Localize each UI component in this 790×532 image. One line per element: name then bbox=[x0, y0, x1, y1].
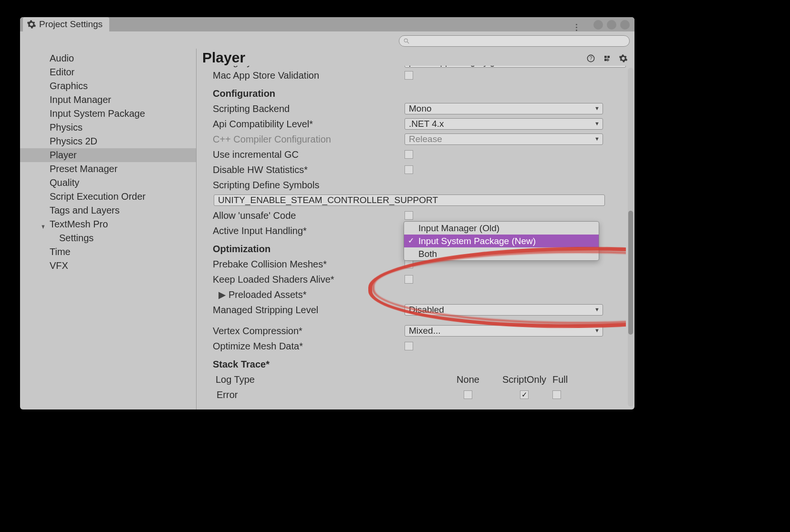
sidebar-item-label: Input Manager bbox=[50, 94, 111, 105]
window-dot-2[interactable] bbox=[607, 20, 616, 30]
player-settings-panel: Player ? Category public.app-category.ga… bbox=[197, 49, 634, 409]
incremental-gc-checkbox[interactable] bbox=[405, 150, 413, 159]
stripping-dropdown[interactable]: Disabled ▼ bbox=[405, 304, 603, 316]
api-compat-label: Api Compatibility Level* bbox=[213, 119, 405, 130]
stack-row-label: Error bbox=[216, 389, 440, 400]
section-optimization: Optimization bbox=[213, 244, 405, 255]
chevron-down-icon: ▼ bbox=[594, 327, 600, 333]
category-field[interactable]: public.app-category.games bbox=[405, 66, 626, 68]
sidebar-item-input-system-package[interactable]: Input System Package bbox=[20, 107, 196, 121]
define-symbols-value: UNITY_ENABLE_STEAM_CONTROLLER_SUPPORT bbox=[218, 195, 438, 205]
preset-icon[interactable] bbox=[602, 53, 612, 63]
keep-shaders-label: Keep Loaded Shaders Alive* bbox=[213, 274, 405, 285]
mac-validation-checkbox[interactable] bbox=[405, 71, 413, 80]
check-icon: ✓ bbox=[408, 236, 414, 245]
page-title: Player bbox=[197, 49, 634, 66]
window-dot-3[interactable] bbox=[620, 20, 630, 30]
project-settings-window: Project Settings Audio Editor Graphics I… bbox=[20, 17, 634, 409]
kebab-menu-icon[interactable] bbox=[576, 24, 577, 31]
preloaded-assets-label[interactable]: Preloaded Assets* bbox=[229, 289, 306, 300]
scrollbar-thumb[interactable] bbox=[628, 211, 633, 335]
sidebar-item-quality[interactable]: Quality bbox=[20, 176, 196, 190]
vertex-compression-dropdown[interactable]: Mixed... ▼ bbox=[405, 325, 603, 337]
stack-col-scriptonly: ScriptOnly bbox=[496, 374, 552, 385]
sidebar-item-preset-manager[interactable]: Preset Manager bbox=[20, 162, 196, 176]
stack-error-full-checkbox[interactable] bbox=[552, 390, 561, 399]
stack-error-none-checkbox[interactable] bbox=[464, 390, 472, 399]
sidebar-item-script-exec-order[interactable]: Script Execution Order bbox=[20, 190, 196, 204]
dropdown-option-label: Both bbox=[418, 249, 437, 259]
disable-hw-label: Disable HW Statistics* bbox=[213, 164, 405, 175]
sidebar-item-label: Editor bbox=[50, 67, 74, 77]
sidebar-item-time[interactable]: Time bbox=[20, 245, 196, 259]
sidebar-item-label: VFX bbox=[50, 260, 68, 271]
svg-line-1 bbox=[407, 42, 409, 44]
chevron-down-icon: ▼ bbox=[41, 221, 45, 233]
sidebar-item-label: Script Execution Order bbox=[50, 191, 146, 202]
sidebar-item-editor[interactable]: Editor bbox=[20, 65, 196, 79]
disable-hw-checkbox[interactable] bbox=[405, 165, 413, 174]
define-symbols-field[interactable]: UNITY_ENABLE_STEAM_CONTROLLER_SUPPORT bbox=[214, 194, 605, 206]
cpp-config-label: C++ Compiler Configuration bbox=[213, 134, 405, 145]
optimize-mesh-checkbox[interactable] bbox=[405, 342, 413, 350]
dropdown-option-new[interactable]: ✓ Input System Package (New) bbox=[404, 235, 599, 247]
chevron-down-icon: ▼ bbox=[594, 307, 600, 312]
category-value: public.app-category.games bbox=[409, 66, 517, 67]
help-icon[interactable]: ? bbox=[586, 53, 595, 63]
sidebar-item-label: Physics bbox=[50, 122, 83, 133]
svg-point-0 bbox=[404, 39, 407, 42]
define-symbols-label: Scripting Define Symbols bbox=[213, 180, 405, 191]
settings-sidebar: Audio Editor Graphics Input Manager Inpu… bbox=[20, 49, 197, 409]
section-configuration: Configuration bbox=[213, 88, 405, 99]
section-stack-trace: Stack Trace* bbox=[213, 359, 405, 370]
sidebar-item-physics[interactable]: Physics bbox=[20, 121, 196, 134]
prebake-checkbox[interactable] bbox=[405, 260, 413, 268]
dropdown-option-label: Input Manager (Old) bbox=[418, 223, 499, 234]
stripping-value: Disabled bbox=[409, 305, 444, 315]
chevron-down-icon: ▼ bbox=[594, 121, 600, 126]
incremental-gc-label: Use incremental GC bbox=[213, 149, 405, 160]
tab-project-settings[interactable]: Project Settings bbox=[23, 17, 109, 31]
allow-unsafe-checkbox[interactable] bbox=[405, 211, 413, 220]
chevron-down-icon: ▼ bbox=[594, 105, 600, 111]
stack-col-logtype: Log Type bbox=[216, 374, 440, 385]
sidebar-item-player[interactable]: Player bbox=[20, 148, 196, 162]
chevron-right-icon[interactable]: ▶ bbox=[218, 289, 226, 300]
keep-shaders-checkbox[interactable] bbox=[405, 275, 413, 284]
cpp-config-value: Release bbox=[409, 134, 442, 144]
search-input[interactable] bbox=[399, 35, 630, 47]
category-label: Category bbox=[213, 66, 405, 68]
sidebar-item-textmesh-pro[interactable]: ▼ TextMesh Pro bbox=[20, 217, 196, 231]
search-icon bbox=[403, 38, 410, 44]
sidebar-item-label: Audio bbox=[50, 53, 74, 63]
sidebar-item-input-manager[interactable]: Input Manager bbox=[20, 93, 196, 107]
scripting-backend-label: Scripting Backend bbox=[213, 103, 405, 114]
sidebar-item-physics-2d[interactable]: Physics 2D bbox=[20, 134, 196, 148]
gear-icon[interactable] bbox=[618, 53, 628, 63]
settings-scroll: Category public.app-category.games Mac A… bbox=[197, 66, 626, 409]
sidebar-item-label: Physics 2D bbox=[50, 136, 97, 146]
scripting-backend-dropdown[interactable]: Mono ▼ bbox=[405, 103, 603, 114]
dropdown-option-both[interactable]: Both bbox=[404, 247, 599, 260]
sidebar-item-textmesh-settings[interactable]: Settings bbox=[20, 231, 196, 245]
sidebar-item-audio[interactable]: Audio bbox=[20, 51, 196, 65]
sidebar-item-tags-layers[interactable]: Tags and Layers bbox=[20, 204, 196, 217]
mac-validation-label: Mac App Store Validation bbox=[213, 70, 405, 81]
api-compat-dropdown[interactable]: .NET 4.x ▼ bbox=[405, 118, 603, 130]
sidebar-item-label: Settings bbox=[59, 233, 94, 243]
stack-col-full: Full bbox=[552, 374, 581, 385]
dropdown-option-old[interactable]: Input Manager (Old) bbox=[404, 222, 599, 235]
api-compat-value: .NET 4.x bbox=[409, 119, 444, 129]
sidebar-item-label: TextMesh Pro bbox=[50, 219, 108, 229]
vertical-scrollbar[interactable] bbox=[628, 68, 634, 407]
vertex-compression-label: Vertex Compression* bbox=[213, 326, 405, 337]
stack-error-scriptonly-checkbox[interactable] bbox=[520, 390, 529, 399]
body-split: Audio Editor Graphics Input Manager Inpu… bbox=[20, 49, 634, 409]
sidebar-item-vfx[interactable]: VFX bbox=[20, 259, 196, 273]
sidebar-item-graphics[interactable]: Graphics bbox=[20, 79, 196, 93]
gear-icon bbox=[27, 20, 36, 29]
sidebar-item-label: Time bbox=[50, 246, 71, 257]
stripping-label: Managed Stripping Level bbox=[213, 305, 405, 316]
window-dot-1[interactable] bbox=[593, 20, 603, 30]
window-controls[interactable] bbox=[593, 20, 630, 30]
